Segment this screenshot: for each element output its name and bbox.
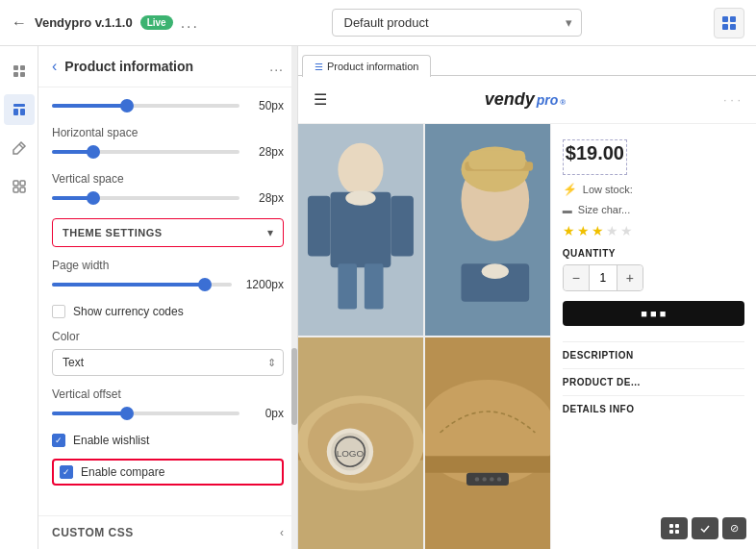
store-logo: vendy pro ® [485, 89, 567, 110]
panel-scrollbar[interactable] [291, 46, 297, 549]
vertical-offset-value: 0px [247, 407, 284, 420]
svg-point-23 [345, 190, 375, 206]
enable-compare-checkbox[interactable] [60, 465, 73, 479]
sidebar-item-home[interactable] [4, 56, 35, 87]
svg-rect-41 [425, 456, 550, 473]
vertical-offset-thumb[interactable] [120, 407, 134, 420]
price-container: $19.00 [563, 139, 627, 175]
add-to-cart-button[interactable]: ■ ■ ■ [563, 301, 744, 326]
svg-rect-48 [675, 524, 679, 528]
size-row: ▬ Size char... [563, 204, 744, 215]
color-select-wrapper: Text Background Accent ⇕ [52, 349, 284, 376]
svg-rect-6 [13, 72, 18, 77]
size-text: Size char... [578, 204, 630, 215]
top-slider-thumb[interactable] [120, 99, 134, 112]
qty-control: − 1 + [563, 264, 643, 291]
toolbar-button-2[interactable] [692, 517, 718, 539]
top-slider-value: 50px [247, 99, 284, 112]
vertical-slider-thumb[interactable] [87, 191, 100, 205]
vertical-offset-fill [52, 412, 127, 415]
home-icon [12, 63, 27, 79]
back-icon[interactable]: ← [12, 14, 27, 32]
product-info: $19.00 ⚡ Low stock: ▬ Size char... ★ [550, 124, 756, 549]
section-divider-2 [563, 368, 744, 369]
svg-rect-7 [20, 72, 25, 77]
page-width-label: Page width [52, 259, 284, 272]
sidebar-item-puzzle[interactable] [4, 171, 35, 202]
custom-css-arrow-icon: ‹ [280, 526, 284, 539]
toolbar-button-1[interactable] [661, 517, 688, 539]
svg-rect-14 [13, 187, 18, 192]
description-title: DESCRIPTION [563, 350, 744, 361]
svg-rect-19 [308, 196, 331, 257]
top-bar-left: ← Vendypro v.1.1.0 Live ... [12, 14, 199, 32]
star-2: ★ [577, 223, 590, 238]
toolbar-button-3[interactable]: ⊘ [722, 517, 746, 539]
svg-rect-49 [669, 530, 673, 534]
qty-label: QUANTITY [563, 248, 744, 259]
color-dropdown-row: Color Text Background Accent ⇕ [52, 330, 284, 376]
product-select[interactable]: Default product [332, 9, 582, 37]
page-width-value: 1200px [239, 278, 284, 291]
icon-bar [0, 46, 38, 549]
product-image-4 [425, 337, 550, 549]
svg-rect-13 [20, 181, 25, 186]
store-header-divider: · · · [723, 92, 741, 107]
live-badge: Live [140, 15, 173, 30]
preview-frame: ☰ Product information ☰ vendy pro ® · · … [298, 46, 756, 549]
custom-css-section[interactable]: CUSTOM CSS ‹ [38, 515, 297, 549]
svg-rect-28 [468, 151, 525, 170]
theme-settings-chevron: ▾ [267, 226, 273, 239]
svg-line-11 [19, 144, 23, 148]
horizontal-space-label: Horizontal space [52, 126, 284, 139]
figure-hat-left: LOGO [298, 337, 423, 549]
hat-back-illustration [425, 337, 550, 549]
product-image-1 [298, 124, 423, 336]
product-price: $19.00 [566, 142, 624, 164]
top-bar: ← Vendypro v.1.1.0 Live ... Default prod… [0, 0, 756, 46]
section-divider [563, 341, 744, 342]
figure-hat-right [425, 337, 550, 549]
color-select[interactable]: Text Background Accent [52, 349, 284, 376]
settings-panel: ‹ Product information ... 50px Horizonta… [38, 46, 298, 549]
theme-settings-header[interactable]: THEME SETTINGS ▾ [52, 218, 284, 247]
figure-person-right [425, 124, 550, 336]
svg-rect-9 [13, 109, 18, 115]
sidebar-item-brush[interactable] [4, 133, 35, 163]
show-currency-checkbox[interactable] [52, 305, 65, 318]
page-width-slider-row: Page width 1200px [52, 259, 284, 291]
horizontal-slider-value: 28px [247, 145, 284, 159]
panel-dots-menu[interactable]: ... [269, 59, 284, 74]
layout-icon [12, 102, 27, 117]
topbar-dots-menu[interactable]: ... [181, 14, 199, 32]
qty-plus-button[interactable]: + [617, 265, 643, 290]
grid-view-button[interactable] [714, 8, 744, 38]
svg-point-46 [497, 477, 501, 481]
svg-point-44 [482, 477, 486, 481]
vertical-offset-slider-row: Vertical offset 0px [52, 387, 284, 420]
preview-tab[interactable]: ☰ Product information [302, 55, 431, 77]
horizontal-slider-thumb[interactable] [87, 145, 100, 159]
sidebar-item-layout[interactable] [4, 94, 35, 125]
qty-minus-button[interactable]: − [564, 265, 589, 290]
panel-content: 50px Horizontal space 28px Vertical spac… [38, 87, 297, 515]
preview-tab-label: Product information [327, 61, 418, 72]
svg-point-43 [475, 477, 479, 481]
page-width-thumb[interactable] [198, 278, 212, 291]
svg-rect-0 [722, 16, 728, 22]
product-detail-title: PRODUCT DE... [563, 377, 744, 387]
person-left-illustration [298, 124, 423, 336]
svg-rect-4 [13, 65, 18, 70]
svg-rect-15 [20, 187, 25, 192]
figure-person-left [298, 124, 423, 336]
svg-rect-21 [338, 263, 357, 309]
panel-title: Product information [64, 59, 262, 74]
vertical-space-label: Vertical space [52, 172, 284, 186]
color-label: Color [52, 330, 284, 343]
section-divider-3 [563, 395, 744, 396]
enable-wishlist-checkbox[interactable] [52, 434, 65, 447]
hamburger-icon[interactable]: ☰ [314, 90, 327, 109]
svg-rect-22 [365, 263, 384, 309]
top-bar-right [714, 8, 744, 38]
panel-back-button[interactable]: ‹ [52, 58, 57, 75]
